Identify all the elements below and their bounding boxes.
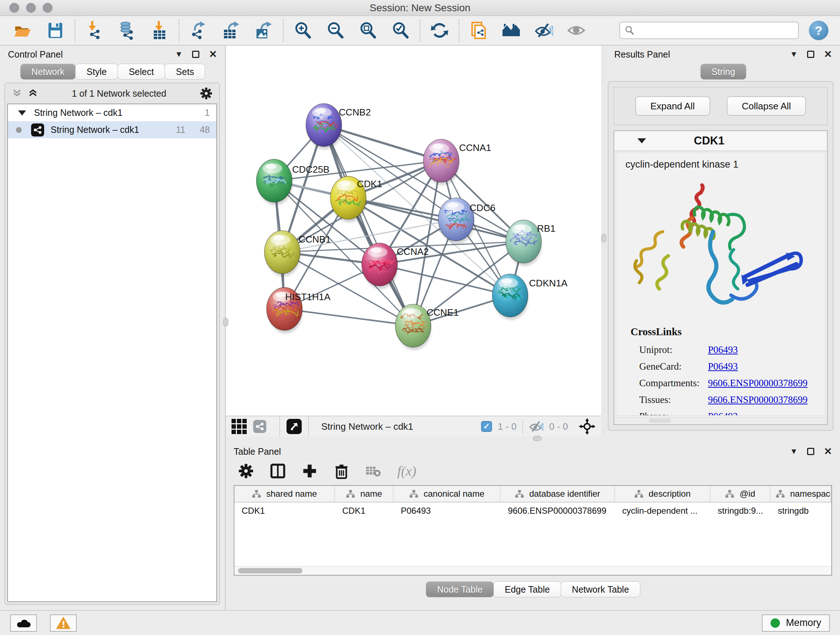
network-node-CCNE1[interactable]: CCNE1 — [395, 304, 459, 350]
network-node-CCNB1[interactable]: CCNB1 — [264, 231, 331, 277]
column-header-canonical-name[interactable]: canonical name — [393, 486, 501, 502]
zoom-selected-button[interactable] — [391, 21, 410, 40]
scrollbar-thumb[interactable] — [238, 568, 302, 573]
table-cell[interactable]: CDK1 — [335, 502, 393, 519]
export-image-button[interactable] — [254, 21, 273, 40]
delete-table-icon[interactable] — [365, 463, 381, 479]
tab-style[interactable]: Style — [75, 64, 118, 80]
table-settings-gear-icon[interactable] — [238, 463, 254, 479]
table-cell[interactable]: 9606.ENSP00000378699 — [501, 502, 615, 519]
network-graph[interactable]: CCNB2CCNA1CDC25BCDK1CDC6RB1CCNB1CCNA2CDK… — [226, 46, 601, 416]
import-network-database-button[interactable] — [117, 21, 137, 40]
column-header-namespace[interactable]: namespace — [771, 486, 831, 502]
network-node-CCNA1[interactable]: CCNA1 — [423, 139, 491, 185]
cloud-status-button[interactable] — [10, 614, 37, 632]
refresh-layout-button[interactable] — [430, 21, 449, 40]
zoom-out-button[interactable] — [325, 21, 345, 40]
show-columns-icon[interactable] — [270, 463, 286, 479]
protein-section-header[interactable]: CDK1 — [614, 131, 827, 151]
column-header-description[interactable]: description — [615, 486, 711, 502]
panel-collapse-icon[interactable]: ▼ — [790, 50, 798, 59]
protein-description: cyclin-dependent kinase 1 — [616, 153, 825, 172]
delete-column-icon[interactable] — [333, 463, 349, 479]
crosslink-link[interactable]: P06493 — [708, 411, 738, 416]
show-all-button[interactable] — [567, 21, 586, 40]
tab-network-table[interactable]: Network Table — [561, 581, 640, 597]
help-button[interactable]: ? — [809, 21, 829, 40]
tab-select[interactable]: Select — [118, 64, 165, 80]
share-network-icon[interactable] — [253, 420, 266, 433]
crosslink-link[interactable]: 9606.ENSP00000378699 — [708, 378, 807, 389]
panel-float-icon[interactable] — [807, 448, 814, 455]
network-node-RB1[interactable]: RB1 — [506, 220, 556, 266]
tab-node-table[interactable]: Node Table — [426, 581, 494, 597]
crosslink-link[interactable]: P06493 — [708, 344, 738, 356]
zoom-in-button[interactable] — [293, 21, 313, 40]
column-type-icon — [775, 489, 785, 498]
column-header-database-identifier[interactable]: database identifier — [501, 486, 615, 502]
warning-status-button[interactable] — [50, 614, 77, 632]
memory-button[interactable]: Memory — [762, 614, 830, 632]
column-header-@id[interactable]: @id — [711, 486, 771, 502]
left-splitter-handle[interactable] — [223, 318, 228, 326]
network-node-CDKN1A[interactable]: CDKN1A — [493, 274, 568, 320]
expand-all-icon[interactable] — [27, 88, 38, 99]
birdseye-view-icon[interactable] — [286, 419, 302, 434]
panel-collapse-icon[interactable]: ▼ — [790, 447, 798, 456]
table-cell[interactable]: cyclin-dependent ... — [615, 502, 711, 519]
add-column-icon[interactable] — [302, 463, 317, 479]
panel-collapse-icon[interactable]: ▼ — [175, 50, 183, 59]
zoom-fit-button[interactable] — [358, 21, 378, 40]
tab-sets[interactable]: Sets — [164, 64, 205, 80]
export-network-button[interactable] — [189, 21, 208, 40]
network-node-CCNA2[interactable]: CCNA2 — [362, 243, 429, 289]
panel-close-icon[interactable]: ✕ — [209, 49, 217, 60]
table-cell[interactable]: stringdb — [771, 502, 831, 519]
crosslinks-section: CrossLinks Uniprot:P06493GeneCard:P06493… — [616, 318, 825, 416]
protein-structure-image — [623, 174, 818, 318]
network-node-CCNB2[interactable]: CCNB2 — [306, 103, 371, 149]
panel-close-icon[interactable]: ✕ — [824, 446, 832, 457]
network-collection-row[interactable]: String Network – cdk1 1 — [8, 104, 216, 121]
tab-string[interactable]: String — [700, 64, 746, 80]
right-splitter-handle[interactable] — [601, 234, 606, 242]
save-session-button[interactable] — [46, 21, 65, 40]
crosslink-link[interactable]: P06493 — [708, 361, 738, 372]
table-cell[interactable]: stringdb:9... — [711, 502, 771, 519]
control-panel-title: Control Panel — [8, 49, 63, 60]
share-document-button[interactable] — [469, 21, 488, 40]
tab-edge-table[interactable]: Edge Table — [493, 581, 561, 597]
collapse-all-button[interactable]: Collapse All — [727, 96, 806, 116]
pan-crosshair-icon[interactable] — [579, 418, 595, 435]
network-row[interactable]: String Network – cdk1 11 48 — [8, 121, 216, 138]
tab-network[interactable]: Network — [20, 64, 76, 80]
export-table-button[interactable] — [221, 21, 241, 40]
string-home-button[interactable] — [501, 21, 521, 40]
grid-view-icon[interactable] — [232, 419, 247, 434]
network-node-CDC25B[interactable]: CDC25B — [256, 159, 330, 205]
network-options-gear-icon[interactable] — [200, 87, 213, 100]
selected-checkbox-icon[interactable]: ✓ — [481, 421, 492, 432]
import-table-file-button[interactable] — [150, 21, 169, 40]
network-node-HIST1H1A[interactable]: HIST1H1A — [267, 287, 331, 333]
panel-float-icon[interactable] — [807, 51, 814, 58]
section-collapse-icon[interactable] — [638, 138, 646, 143]
import-network-file-button[interactable] — [85, 21, 104, 40]
bottom-splitter-handle[interactable] — [533, 436, 542, 441]
table-cell[interactable]: CDK1 — [234, 502, 335, 519]
hide-selected-button[interactable] — [534, 21, 554, 40]
open-session-button[interactable] — [13, 21, 33, 40]
results-scrollbar[interactable] — [614, 417, 827, 424]
panel-close-icon[interactable]: ✕ — [824, 49, 832, 60]
collapse-all-icon[interactable] — [11, 88, 22, 99]
collection-expand-icon[interactable] — [18, 111, 26, 116]
table-row[interactable]: CDK1CDK1P064939606.ENSP00000378699cyclin… — [234, 502, 831, 519]
panel-float-icon[interactable] — [192, 51, 199, 58]
column-header-name[interactable]: name — [335, 486, 393, 502]
table-hscrollbar[interactable] — [234, 566, 831, 575]
expand-all-button[interactable]: Expand All — [635, 96, 710, 116]
table-cell[interactable]: P06493 — [393, 502, 501, 519]
crosslink-link[interactable]: 9606.ENSP00000378699 — [708, 394, 807, 405]
search-input[interactable] — [638, 25, 794, 36]
column-header-shared-name[interactable]: shared name — [234, 486, 335, 502]
